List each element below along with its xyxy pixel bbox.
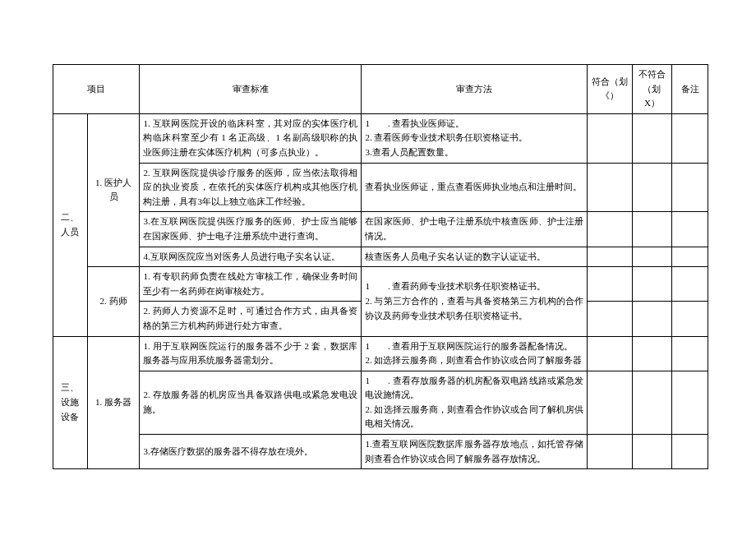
header-fail: 不符合（划 X） <box>632 65 671 114</box>
pass-cell <box>587 113 632 163</box>
table-row: 2. 药师 1. 有专职药师负责在线处方审核工作，确保业务时间至少有一名药师在岗… <box>53 267 708 302</box>
pass-cell <box>587 247 632 267</box>
fail-cell <box>632 212 671 247</box>
fail-cell <box>632 302 671 336</box>
category-cell: 三、设施设备 <box>53 336 88 469</box>
standard-cell: 3.存储医疗数据的服务器不得存放在境外。 <box>140 435 362 469</box>
method-cell: 在国家医师、护士电子注册系统中核查医师、护士注册情况。 <box>362 212 587 247</box>
table-row: 2. 互联网医院提供诊疗服务的医师，应当依法取得相应的执业资质，在依托的实体医疗… <box>53 163 708 212</box>
subcategory-cell: 1. 医护人员 <box>87 113 140 266</box>
standard-cell: 2. 互联网医院提供诊疗服务的医师，应当依法取得相应的执业资质，在依托的实体医疗… <box>140 163 362 212</box>
pass-cell <box>587 163 632 212</box>
fail-cell <box>632 113 671 163</box>
header-pass: 符合（划《） <box>587 65 632 114</box>
standard-cell: 2. 存放服务器的机房应当具备双路供电或紧急发电设施。 <box>140 371 362 434</box>
method-cell: 核查医务人员电子实名认证的数字认证证书。 <box>362 247 587 267</box>
pass-cell <box>587 435 632 469</box>
table-row: 2. 存放服务器的机房应当具备双路供电或紧急发电设施。 1 . 查看存放服务器的… <box>53 371 708 434</box>
note-cell <box>672 302 708 336</box>
pass-cell <box>587 212 632 247</box>
pass-cell <box>587 302 632 336</box>
subcategory-cell: 2. 药师 <box>87 267 140 336</box>
fail-cell <box>632 336 671 371</box>
fail-cell <box>632 371 671 434</box>
fail-cell <box>632 163 671 212</box>
method-cell: 1 . 查看存放服务器的机房配备双电路线路或紧急发电设施情况。2. 如选择云服务… <box>362 371 587 434</box>
category-cell: 二、人员 <box>53 113 88 336</box>
header-note: 备注 <box>672 65 708 114</box>
standard-cell: 2. 药师人力资源不足时，可通过合作方式，由具备资格的第三方机构药师进行处方审查… <box>140 302 362 336</box>
method-cell: 1 . 查看执业医师证。2. 查看医师专业技术职务任职资格证书。3.查看人员配置… <box>362 113 587 163</box>
standard-cell: 4.互联网医院应当对医务人员进行电子实名认证。 <box>140 247 362 267</box>
standard-cell: 3.在互联网医院提供医疗服务的医师、护士应当能够在国家医师、护士电子注册系统中进… <box>140 212 362 247</box>
standard-cell: 1. 用于互联网医院运行的服务器不少于 2 套，数据库服务器与应用系统服务器需划… <box>140 336 362 371</box>
note-cell <box>672 371 708 434</box>
header-project: 项目 <box>53 65 140 114</box>
note-cell <box>672 247 708 267</box>
review-table: 项目 审查标准 审查方法 符合（划《） 不符合（划 X） 备注 二、人员 1. … <box>53 64 708 469</box>
table-row: 二、人员 1. 医护人员 1. 互联网医院开设的临床科室，其对应的实体医疗机构临… <box>53 113 708 163</box>
fail-cell <box>632 267 671 302</box>
method-cell: 1 . 查看药师专业技术职务任职资格证书。2. 与第三方合作的，查看与具备资格第… <box>362 267 587 336</box>
note-cell <box>672 435 708 469</box>
method-cell: 1.查看互联网医院数据库服务器存放地点，如托管存储则查看合作协议或合同了解服务器… <box>362 435 587 469</box>
header-standard: 审查标准 <box>140 65 362 114</box>
note-cell <box>672 163 708 212</box>
header-method: 审查方法 <box>362 65 587 114</box>
fail-cell <box>632 247 671 267</box>
pass-cell <box>587 267 632 302</box>
standard-cell: 1. 有专职药师负责在线处方审核工作，确保业务时间至少有一名药师在岗审核处方。 <box>140 267 362 302</box>
fail-cell <box>632 435 671 469</box>
pass-cell <box>587 371 632 434</box>
table-row: 3.在互联网医院提供医疗服务的医师、护士应当能够在国家医师、护士电子注册系统中进… <box>53 212 708 247</box>
method-cell: 1 . 查看用于互联网医院运行的服务器配备情况。2. 如选择云服务商，则查看合作… <box>362 336 587 371</box>
header-row: 项目 审查标准 审查方法 符合（划《） 不符合（划 X） 备注 <box>53 65 708 114</box>
note-cell <box>672 336 708 371</box>
note-cell <box>672 267 708 302</box>
method-cell: 查看执业医师证，重点查看医师执业地点和注册时间。 <box>362 163 587 212</box>
pass-cell <box>587 336 632 371</box>
standard-cell: 1. 互联网医院开设的临床科室，其对应的实体医疗机构临床科室至少有 1 名正高级… <box>140 113 362 163</box>
table-row: 3.存储医疗数据的服务器不得存放在境外。 1.查看互联网医院数据库服务器存放地点… <box>53 435 708 469</box>
note-cell <box>672 212 708 247</box>
subcategory-cell: 1. 服务器 <box>87 336 140 469</box>
table-row: 三、设施设备 1. 服务器 1. 用于互联网医院运行的服务器不少于 2 套，数据… <box>53 336 708 371</box>
table-row: 4.互联网医院应当对医务人员进行电子实名认证。 核查医务人员电子实名认证的数字认… <box>53 247 708 267</box>
note-cell <box>672 113 708 163</box>
